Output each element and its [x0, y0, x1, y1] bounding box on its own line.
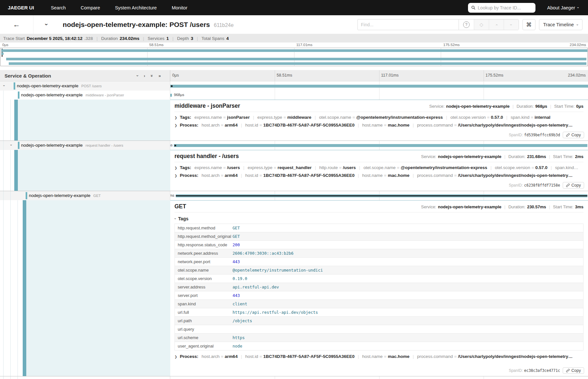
span-row[interactable]: nodejs-open-telemetry-exampleGET230.57ms — [0, 191, 588, 200]
span-bar[interactable] — [174, 144, 587, 147]
app-logo[interactable]: JAEGER UI — [8, 5, 34, 10]
span-name-cell[interactable]: ›nodejs-open-telemetry-examplerequest ha… — [0, 141, 170, 150]
chevron-down-icon[interactable]: › — [2, 85, 6, 86]
copy-span-id-button[interactable]: Copy — [563, 367, 584, 374]
tag-row[interactable]: url.schemehttps — [175, 334, 583, 342]
chevron-right-icon[interactable]: ❯ — [174, 124, 177, 127]
process-section-toggle[interactable]: ❯Process:host.arch=arm64|host.id=1BC74D7… — [174, 123, 583, 128]
prev-result-button[interactable]: › — [489, 19, 504, 30]
tag-key: server.address — [175, 285, 233, 289]
span-row[interactable]: ›nodejs-open-telemetry-examplerequest ha… — [0, 141, 588, 150]
tags-section-toggle[interactable]: ›Tags — [174, 216, 583, 221]
meta-label: Duration: — [508, 154, 525, 159]
copy-label: Copy — [571, 368, 581, 373]
copy-span-id-button[interactable]: Copy — [563, 182, 584, 189]
tag-key: otel.scope.version — [175, 276, 233, 281]
span-id-row: SpanID: fd539beffcc69b3dCopy — [509, 132, 584, 138]
tag-row[interactable]: server.addressapi.restful-api.dev — [175, 283, 583, 291]
tag-row[interactable]: network.peer.port443 — [175, 258, 583, 266]
span-timeline-cell[interactable]: 230.57ms — [170, 191, 588, 200]
span-name-cell[interactable]: nodejs-open-telemetry-exampleGET — [0, 191, 170, 200]
keyboard-shortcuts-button[interactable]: ⌘ — [522, 19, 535, 30]
tag-key: express.type — [257, 115, 282, 120]
trace-id-lookup[interactable] — [468, 3, 535, 13]
ruler-tick-label: 117.01ms — [381, 73, 399, 78]
bottom-strip-timeline — [170, 376, 588, 379]
span-detail-header: request handler - /usersService:nodejs-o… — [174, 153, 583, 160]
chevron-right-icon[interactable]: › — [144, 74, 145, 78]
service-name: nodejs-open-telemetry-example — [446, 104, 510, 109]
process-section-toggle[interactable]: ❯Process:host.arch=arm64|host.id=1BC74D7… — [174, 354, 583, 359]
span-rows: ›nodejs-open-telemetry-examplePOST /user… — [0, 81, 588, 379]
find-help-button[interactable]: ? — [459, 19, 474, 30]
equals-sign: = — [384, 354, 387, 359]
tag-key: otel.scope.version — [495, 165, 530, 170]
tags-section-toggle[interactable]: ❯Tags:express.name=jsonParser|express.ty… — [174, 115, 583, 120]
span-bar[interactable] — [170, 94, 172, 97]
nav-item-monitor[interactable]: Monitor — [172, 5, 187, 10]
back-button[interactable]: ← — [0, 15, 33, 34]
tag-value: /users — [343, 165, 356, 170]
trace-minimap[interactable] — [0, 48, 588, 66]
nav-item-compare[interactable]: Compare — [81, 5, 100, 10]
tag-row[interactable]: network.peer.address2606:4700:3030::ac43… — [175, 249, 583, 258]
chevron-right-icon[interactable]: ❯ — [174, 166, 177, 170]
tree-guide-line — [3, 376, 4, 379]
tag-row[interactable]: url.path/objects — [175, 317, 583, 325]
span-row[interactable]: nodejs-open-telemetry-examplemiddleware … — [0, 91, 588, 100]
stat-value: December 5 2025, 18:42:12 — [27, 36, 82, 41]
tag-row[interactable]: span.kindclient — [175, 300, 583, 308]
chevron-right-icon[interactable]: ❯ — [174, 116, 177, 119]
find-input[interactable] — [357, 19, 459, 30]
nav-item-system-architecture[interactable]: System Architecture — [115, 5, 157, 10]
tag-row[interactable]: http.request.methodGET — [175, 224, 583, 232]
tag-row[interactable]: user_agent.originalnode — [175, 342, 583, 350]
span-timeline-cell[interactable]: 231.68ms — [170, 141, 588, 150]
span-bar[interactable] — [170, 85, 588, 88]
chevron-down-icon[interactable]: › — [9, 144, 13, 145]
chevron-down-icon: › — [509, 24, 513, 25]
trace-view-selector[interactable]: Trace Timeline › — [539, 19, 582, 30]
nav-item-search[interactable]: Search — [51, 5, 66, 10]
focus-match-button[interactable]: ◇ — [474, 19, 489, 30]
double-chevron-right-icon[interactable]: » — [159, 74, 161, 78]
collapse-trace-chevron-icon[interactable]: › — [44, 23, 50, 25]
stat-label: Depth — [177, 36, 189, 41]
chevron-right-icon[interactable]: ❯ — [174, 355, 177, 359]
tag-value: https://api.restful-api.dev/objects — [233, 310, 583, 315]
service-name: nodejs-open-telemetry-examplerequest han… — [21, 143, 123, 148]
span-name-cell[interactable]: ›nodejs-open-telemetry-examplePOST /user… — [0, 81, 170, 91]
trace-id-lookup-input[interactable] — [478, 5, 528, 10]
ruler-gridline — [275, 70, 275, 81]
tag-row[interactable]: server.port443 — [175, 291, 583, 300]
about-jaeger-menu[interactable]: About Jaeger › — [547, 5, 579, 10]
tag-row[interactable]: otel.scope.name@opentelemetry/instrument… — [175, 266, 583, 275]
tag-key: span.kind — [511, 115, 530, 120]
minimap-tick-label: 58.51ms — [149, 43, 163, 47]
tag-key: host.name — [362, 173, 383, 178]
chevron-down-icon[interactable]: › — [136, 75, 140, 76]
tags-section-toggle[interactable]: ❯Tags:express.name=/users|express.type=r… — [174, 165, 583, 170]
tag-row[interactable]: http.response.status_code200 — [175, 241, 583, 249]
tag-key: process.command — [417, 123, 453, 128]
tag-value: /users — [227, 165, 240, 170]
span-timeline-cell[interactable]: 968μs — [170, 91, 588, 100]
tag-row[interactable]: url.query — [175, 325, 583, 334]
process-section-toggle[interactable]: ❯Process:host.arch=arm64|host.id=1BC74D7… — [174, 173, 583, 178]
chevron-right-icon[interactable]: ❯ — [174, 174, 177, 177]
tag-row[interactable]: http.request.method_originalGET — [175, 232, 583, 241]
span-row[interactable]: ›nodejs-open-telemetry-examplePOST /user… — [0, 81, 588, 91]
span-name-cell[interactable]: nodejs-open-telemetry-examplemiddleware … — [0, 91, 170, 100]
minimap-tick-label: 0μs — [2, 43, 8, 47]
link-icon — [566, 183, 570, 187]
copy-span-id-button[interactable]: Copy — [563, 132, 584, 138]
tag-row[interactable]: otel.scope.version0.19.0 — [175, 275, 583, 283]
service-operation-header: Service & Operation ››»» — [0, 70, 170, 81]
next-result-button[interactable]: › — [504, 19, 519, 30]
double-chevron-down-icon[interactable]: » — [150, 74, 154, 77]
trace-view-selector-value: Trace Timeline — [543, 22, 574, 27]
tag-row[interactable]: url.fullhttps://api.restful-api.dev/obje… — [175, 308, 583, 317]
span-bar-marker — [174, 145, 176, 146]
span-timeline-cell[interactable] — [170, 81, 588, 91]
trace-title-text: nodejs-open-telemetry-example: POST /use… — [63, 21, 210, 28]
